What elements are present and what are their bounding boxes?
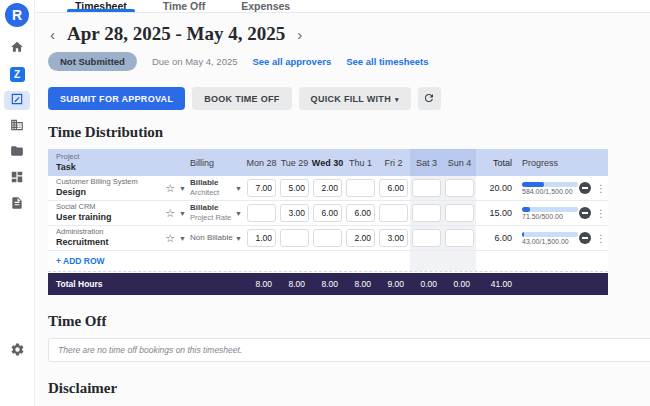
favorite-star-icon[interactable]: ☆ <box>165 232 175 245</box>
hours-input[interactable] <box>412 179 441 197</box>
hours-input[interactable] <box>247 229 276 247</box>
see-all-timesheets-link[interactable]: See all timesheets <box>346 56 428 67</box>
sidebar-item-folder[interactable] <box>4 143 30 162</box>
app-window: R Z <box>0 0 650 406</box>
chevron-down-icon[interactable]: ▼ <box>179 235 186 242</box>
chevron-down-icon[interactable]: ▼ <box>179 185 186 192</box>
favorite-star-icon[interactable]: ☆ <box>165 207 175 220</box>
column-day: Tue 29 <box>278 149 311 176</box>
next-week-button[interactable]: › <box>295 26 304 43</box>
hours-input[interactable] <box>379 229 408 247</box>
column-project-task: Project Task <box>48 149 190 176</box>
remove-row-icon[interactable] <box>579 182 591 194</box>
app-logo[interactable]: R <box>5 3 29 27</box>
hours-input[interactable] <box>445 204 474 222</box>
see-all-approvers-link[interactable]: See all approvers <box>252 56 331 67</box>
quick-fill-with-button[interactable]: QUICK FILL WITH▾ <box>299 87 411 110</box>
remove-row-icon[interactable] <box>579 232 591 244</box>
totals-label: Total Hours <box>48 279 245 289</box>
project-name: Social CRM <box>56 202 112 212</box>
z-app-icon: Z <box>10 67 25 82</box>
task-name: Recruitment <box>56 237 109 249</box>
day-total: 0.00 <box>443 279 476 289</box>
table-row: Customer Billing System Design ☆ ▼ Billa… <box>48 176 608 201</box>
hours-input[interactable] <box>445 229 474 247</box>
hours-input[interactable] <box>313 179 342 197</box>
hours-input[interactable] <box>313 229 342 247</box>
hours-input[interactable] <box>346 229 375 247</box>
row-total: 6.00 <box>476 233 516 243</box>
refresh-button[interactable] <box>418 87 441 110</box>
due-date-text: Due on May 4, 2025 <box>152 56 238 67</box>
billing-select[interactable]: Billable Architect ▼ <box>190 178 245 197</box>
sidebar-item-dashboard[interactable] <box>4 169 30 188</box>
progress-label: 584.00/1,500.00 <box>522 188 578 195</box>
hours-input[interactable] <box>280 204 309 222</box>
sidebar-item-settings[interactable] <box>0 342 35 361</box>
row-menu-icon[interactable]: ⋮ <box>596 183 606 194</box>
hours-input[interactable] <box>379 204 408 222</box>
tab-expenses[interactable]: Expenses <box>223 0 308 12</box>
timesheet-edit-icon <box>10 92 24 110</box>
project-name: Customer Billing System <box>56 177 138 187</box>
day-total: 8.00 <box>344 279 377 289</box>
time-distribution-title: Time Distribution <box>48 124 650 141</box>
sidebar-item-company[interactable] <box>4 117 30 136</box>
remove-row-icon[interactable] <box>579 207 591 219</box>
book-time-off-button[interactable]: BOOK TIME OFF <box>192 87 291 110</box>
folder-icon <box>10 144 24 162</box>
time-off-title: Time Off <box>48 313 650 330</box>
status-row: Not Submitted Due on May 4, 2025 See all… <box>48 52 650 71</box>
chevron-down-icon[interactable]: ▼ <box>179 210 186 217</box>
row-menu-icon[interactable]: ⋮ <box>596 233 606 244</box>
column-day: Thu 1 <box>344 149 377 176</box>
day-total: 8.00 <box>311 279 344 289</box>
hours-input[interactable] <box>346 179 375 197</box>
hours-input[interactable] <box>247 179 276 197</box>
column-day-weekend: Sat 3 <box>410 149 443 176</box>
hours-input[interactable] <box>379 179 408 197</box>
column-total: Total <box>476 149 516 176</box>
toolbar: SUBMIT FOR APPROVAL BOOK TIME OFF QUICK … <box>48 87 650 110</box>
tab-timesheet[interactable]: Timesheet <box>57 0 145 12</box>
sidebar-item-home[interactable] <box>4 39 30 58</box>
grand-total: 41.00 <box>476 279 516 289</box>
row-menu-icon[interactable]: ⋮ <box>596 208 606 219</box>
table-header-row: Project Task Billing Mon 28 Tue 29 Wed 3… <box>48 149 608 176</box>
hours-input[interactable] <box>280 229 309 247</box>
hours-input[interactable] <box>445 179 474 197</box>
hours-input[interactable] <box>412 204 441 222</box>
column-day-weekend: Sun 4 <box>443 149 476 176</box>
billing-select[interactable]: Billable Project Rate ▼ <box>190 203 245 222</box>
chevron-down-icon: ▼ <box>235 185 242 192</box>
tab-time-off[interactable]: Time Off <box>145 0 223 12</box>
column-day: Fri 2 <box>377 149 410 176</box>
prev-week-button[interactable]: ‹ <box>48 26 57 43</box>
date-navigation: ‹ Apr 28, 2025 - May 4, 2025 › <box>48 23 650 45</box>
submit-for-approval-button[interactable]: SUBMIT FOR APPROVAL <box>48 87 185 110</box>
hours-input[interactable] <box>412 229 441 247</box>
sidebar-item-timesheet[interactable] <box>4 91 30 110</box>
hours-input[interactable] <box>346 204 375 222</box>
chevron-down-icon: ▼ <box>235 235 242 242</box>
progress-bar: 584.00/1,500.00 <box>522 182 578 195</box>
table-row: Administration Recruitment ☆ ▼ Non Billa… <box>48 226 608 251</box>
refresh-icon <box>423 92 435 106</box>
day-total: 8.00 <box>245 279 278 289</box>
hours-input[interactable] <box>313 204 342 222</box>
chevron-down-icon: ▼ <box>235 210 242 217</box>
sidebar-item-z-app[interactable]: Z <box>4 65 30 84</box>
sidebar-item-document[interactable] <box>4 195 30 214</box>
column-day-today: Wed 30 <box>311 149 344 176</box>
billing-select[interactable]: Non Billable ▼ <box>190 233 245 243</box>
add-row-button[interactable]: + ADD ROW <box>48 256 344 266</box>
task-name: Design <box>56 187 138 199</box>
top-tabbar: Timesheet Time Off Expenses <box>35 0 650 13</box>
sidebar: R Z <box>0 0 35 406</box>
favorite-star-icon[interactable]: ☆ <box>165 182 175 195</box>
column-billing: Billing <box>190 149 245 176</box>
time-distribution-table: Project Task Billing Mon 28 Tue 29 Wed 3… <box>48 149 608 295</box>
hours-input[interactable] <box>280 179 309 197</box>
hours-input[interactable] <box>247 204 276 222</box>
row-total: 20.00 <box>476 183 516 193</box>
